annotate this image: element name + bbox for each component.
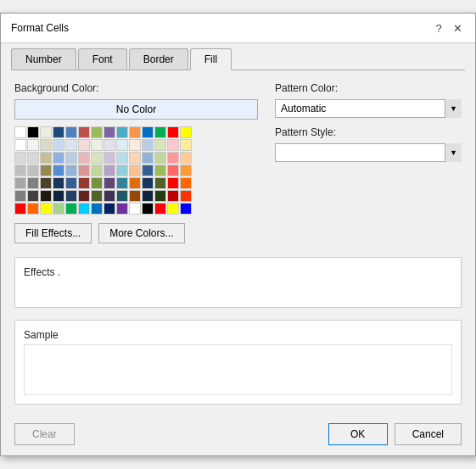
color-cell[interactable] — [167, 165, 179, 176]
ok-button[interactable]: OK — [328, 423, 388, 445]
color-cell[interactable] — [27, 126, 39, 138]
color-cell[interactable] — [142, 203, 154, 215]
pattern-color-select[interactable]: Automatic — [275, 99, 462, 118]
color-cell[interactable] — [65, 190, 77, 202]
color-cell[interactable] — [142, 177, 154, 189]
color-cell[interactable] — [104, 139, 115, 151]
color-cell[interactable] — [116, 177, 128, 189]
color-cell[interactable] — [91, 190, 103, 202]
color-cell[interactable] — [27, 165, 39, 176]
color-cell[interactable] — [91, 177, 103, 189]
more-colors-button[interactable]: More Colors... — [98, 223, 184, 243]
color-cell[interactable] — [53, 165, 64, 176]
color-cell[interactable] — [40, 126, 52, 138]
no-color-button[interactable]: No Color — [14, 99, 258, 120]
color-cell[interactable] — [53, 139, 64, 151]
color-cell[interactable] — [180, 203, 192, 215]
color-cell[interactable] — [129, 126, 141, 138]
color-cell[interactable] — [53, 152, 64, 164]
color-cell[interactable] — [129, 177, 141, 189]
color-cell[interactable] — [180, 139, 192, 151]
color-cell[interactable] — [142, 165, 154, 176]
color-cell[interactable] — [129, 152, 141, 164]
color-cell[interactable] — [65, 139, 77, 151]
color-cell[interactable] — [65, 165, 77, 176]
color-cell[interactable] — [78, 152, 90, 164]
color-cell[interactable] — [167, 126, 179, 138]
color-cell[interactable] — [27, 139, 39, 151]
color-cell[interactable] — [40, 139, 52, 151]
color-cell[interactable] — [78, 126, 90, 138]
color-cell[interactable] — [154, 190, 166, 202]
color-cell[interactable] — [142, 126, 154, 138]
color-cell[interactable] — [104, 152, 115, 164]
color-cell[interactable] — [167, 203, 179, 215]
color-cell[interactable] — [104, 126, 115, 138]
cancel-button[interactable]: Cancel — [395, 423, 462, 445]
color-cell[interactable] — [40, 152, 52, 164]
color-cell[interactable] — [142, 152, 154, 164]
close-button[interactable]: ✕ — [450, 20, 465, 36]
color-cell[interactable] — [53, 177, 64, 189]
color-cell[interactable] — [154, 139, 166, 151]
color-cell[interactable] — [129, 139, 141, 151]
color-cell[interactable] — [129, 190, 141, 202]
color-cell[interactable] — [78, 203, 90, 215]
color-cell[interactable] — [27, 152, 39, 164]
color-cell[interactable] — [104, 177, 115, 189]
color-cell[interactable] — [40, 203, 52, 215]
color-cell[interactable] — [116, 126, 128, 138]
color-cell[interactable] — [14, 165, 26, 176]
color-cell[interactable] — [180, 190, 192, 202]
color-cell[interactable] — [167, 190, 179, 202]
color-cell[interactable] — [78, 165, 90, 176]
color-cell[interactable] — [116, 190, 128, 202]
color-cell[interactable] — [65, 177, 77, 189]
fill-effects-button[interactable]: Fill Effects... — [14, 223, 92, 243]
color-cell[interactable] — [91, 139, 103, 151]
color-cell[interactable] — [14, 190, 26, 202]
color-cell[interactable] — [116, 165, 128, 176]
color-cell[interactable] — [40, 165, 52, 176]
color-cell[interactable] — [116, 139, 128, 151]
color-cell[interactable] — [91, 126, 103, 138]
color-cell[interactable] — [53, 126, 64, 138]
color-cell[interactable] — [180, 152, 192, 164]
color-cell[interactable] — [53, 190, 64, 202]
tab-fill[interactable]: Fill — [190, 48, 232, 70]
color-cell[interactable] — [180, 165, 192, 176]
color-cell[interactable] — [27, 177, 39, 189]
color-cell[interactable] — [180, 177, 192, 189]
color-cell[interactable] — [53, 203, 64, 215]
color-cell[interactable] — [154, 203, 166, 215]
color-cell[interactable] — [154, 126, 166, 138]
color-cell[interactable] — [142, 190, 154, 202]
color-cell[interactable] — [91, 203, 103, 215]
color-cell[interactable] — [65, 126, 77, 138]
color-cell[interactable] — [14, 177, 26, 189]
color-cell[interactable] — [27, 203, 39, 215]
tab-number[interactable]: Number — [11, 48, 76, 70]
color-cell[interactable] — [154, 165, 166, 176]
color-cell[interactable] — [27, 190, 39, 202]
color-cell[interactable] — [65, 203, 77, 215]
color-cell[interactable] — [14, 126, 26, 138]
color-cell[interactable] — [65, 152, 77, 164]
color-cell[interactable] — [104, 190, 115, 202]
clear-button[interactable]: Clear — [14, 423, 75, 445]
color-cell[interactable] — [40, 177, 52, 189]
color-cell[interactable] — [14, 139, 26, 151]
tab-border[interactable]: Border — [129, 48, 188, 70]
color-cell[interactable] — [167, 152, 179, 164]
color-cell[interactable] — [129, 165, 141, 176]
help-button[interactable]: ? — [431, 20, 446, 36]
color-cell[interactable] — [104, 165, 115, 176]
color-cell[interactable] — [40, 190, 52, 202]
color-cell[interactable] — [167, 177, 179, 189]
color-cell[interactable] — [180, 126, 192, 138]
color-cell[interactable] — [129, 203, 141, 215]
color-cell[interactable] — [78, 139, 90, 151]
color-cell[interactable] — [91, 152, 103, 164]
color-cell[interactable] — [14, 203, 26, 215]
color-cell[interactable] — [154, 152, 166, 164]
